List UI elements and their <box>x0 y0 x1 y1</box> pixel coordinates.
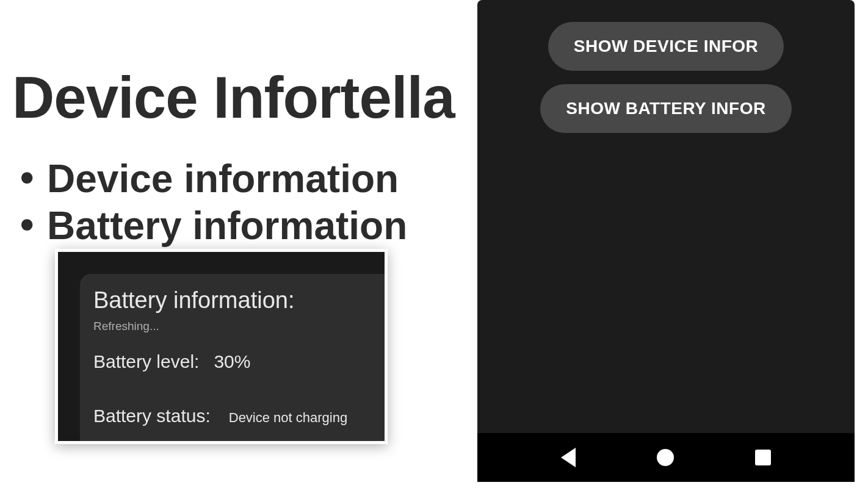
battery-inner-card: Battery information: Refreshing... Batte… <box>80 274 385 441</box>
phone-content: SHOW DEVICE INFOR SHOW BATTERY INFOR <box>477 0 855 433</box>
refreshing-text: Refreshing... <box>93 320 371 333</box>
battery-card-wrapper: Battery information: Refreshing... Batte… <box>55 249 388 444</box>
show-battery-info-button[interactable]: SHOW BATTERY INFOR <box>540 84 791 133</box>
bullet-list: Device information Battery information <box>15 156 464 249</box>
battery-status-label: Battery status: <box>93 406 211 426</box>
nav-recent-icon[interactable] <box>755 450 771 465</box>
battery-card: Battery information: Refreshing... Batte… <box>58 252 385 441</box>
main-title: Device Infortella <box>12 64 464 131</box>
left-panel: Device Infortella Device information Bat… <box>0 0 464 488</box>
bullet-device-info: Device information <box>15 156 464 203</box>
show-device-info-button[interactable]: SHOW DEVICE INFOR <box>548 22 784 71</box>
battery-level-row: Battery level: 30% <box>93 351 371 372</box>
phone-mockup: SHOW DEVICE INFOR SHOW BATTERY INFOR <box>477 0 855 482</box>
nav-back-icon[interactable] <box>561 448 576 467</box>
battery-status-row: Battery status: Device not charging <box>93 406 371 426</box>
phone-navbar <box>477 433 855 482</box>
battery-status-value: Device not charging <box>229 410 347 426</box>
bullet-battery-info: Battery information <box>15 203 464 249</box>
battery-heading: Battery information: <box>93 287 371 314</box>
nav-home-icon[interactable] <box>657 449 674 466</box>
battery-level-value: 30% <box>214 351 250 372</box>
battery-level-label: Battery level: <box>93 351 199 372</box>
